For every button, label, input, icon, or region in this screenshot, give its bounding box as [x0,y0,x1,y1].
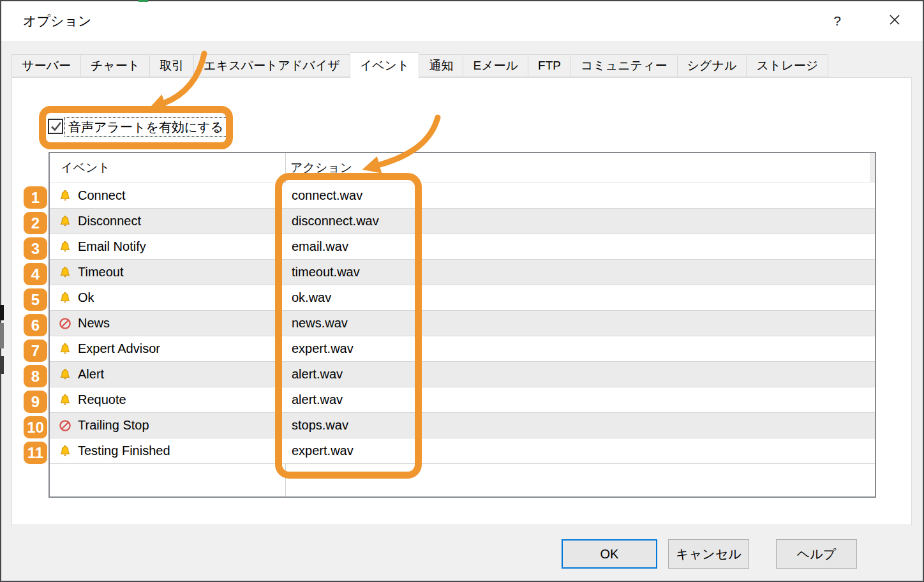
action-file: stops.wav [292,413,348,438]
tab-server[interactable]: サーバー [11,54,81,77]
annotation-badge-6: 6 [24,314,47,336]
edge-artifact [0,305,4,320]
table-header: イベント アクション [50,153,875,183]
tab-ftp[interactable]: FTP [528,54,571,77]
table-row-email-notify[interactable]: Email Notifyemail.wav [50,234,875,260]
prohibition-icon [59,419,71,432]
table-body: Connectconnect.wavDisconnectdisconnect.w… [50,183,875,464]
event-name: News [78,311,110,336]
event-name: Trailing Stop [78,413,149,438]
annotation-badge-11: 11 [24,442,47,464]
table-row-expert-advisor[interactable]: Expert Advisorexpert.wav [50,336,875,362]
bell-icon [59,266,71,279]
tab-storage[interactable]: ストレージ [746,54,828,77]
action-file: timeout.wav [292,260,360,285]
tab-expert-advisors[interactable]: エキスパートアドバイザ [193,54,350,77]
event-name: Expert Advisor [78,336,160,361]
action-file: ok.wav [292,285,331,310]
bell-icon [59,343,71,355]
action-file: news.wav [292,311,348,336]
event-name: Testing Finished [78,438,170,463]
sound-alerts-label[interactable]: 音声アラートを有効にする [64,117,227,137]
table-row-news[interactable]: Newsnews.wav [50,311,875,336]
cancel-button[interactable]: キャンセル [668,539,749,569]
action-file: alert.wav [292,362,343,387]
bell-icon [59,292,71,304]
help-dialog-button[interactable]: ヘルプ [776,539,857,569]
ok-button[interactable]: OK [562,539,657,569]
bell-icon [59,394,71,407]
table-row-ok[interactable]: Okok.wav [50,285,875,311]
bell-icon [59,215,71,228]
annotation-badge-1: 1 [24,186,47,209]
column-header-action[interactable]: アクション [290,153,352,183]
edge-artifact [0,356,4,374]
tab-notifications[interactable]: 通知 [419,54,463,77]
table-row-requote[interactable]: Requotealert.wav [50,387,875,413]
table-row-disconnect[interactable]: Disconnectdisconnect.wav [50,209,875,234]
help-button[interactable]: ? [819,1,855,41]
table-row-trailing-stop[interactable]: Trailing Stopstops.wav [50,413,875,438]
annotation-badge-10: 10 [24,416,47,438]
action-file: connect.wav [292,183,362,208]
action-file: alert.wav [292,387,343,412]
tab-events[interactable]: イベント [350,52,420,78]
bell-icon [59,445,71,458]
annotation-badge-8: 8 [24,365,47,387]
annotation-badge-7: 7 [24,340,47,362]
edge-artifact [138,0,148,2]
edge-artifact [0,323,4,348]
table-row-alert[interactable]: Alertalert.wav [50,362,875,387]
bell-icon [59,368,71,381]
event-name: Ok [78,285,94,310]
close-icon [889,13,900,29]
question-mark-icon: ? [833,13,841,29]
title-bar: オプション ? [1,1,923,41]
sound-alerts-checkbox[interactable] [48,119,63,134]
scrollbar-sliver [870,153,875,182]
tab-community[interactable]: コミュニティー [570,54,678,77]
table-row-testing-finished[interactable]: Testing Finishedexpert.wav [50,438,875,464]
annotation-badge-5: 5 [24,288,47,311]
table-row-timeout[interactable]: Timeouttimeout.wav [50,260,875,285]
annotation-badge-2: 2 [24,212,47,234]
action-file: expert.wav [292,336,354,361]
bell-icon [59,241,71,253]
annotation-badge-9: 9 [24,391,47,413]
event-name: Disconnect [78,209,141,234]
annotation-badge-4: 4 [24,263,47,285]
event-name: Alert [78,362,104,387]
tab-signals[interactable]: シグナル [677,54,747,77]
event-name: Timeout [78,260,124,285]
table-row-connect[interactable]: Connectconnect.wav [50,183,875,209]
action-file: disconnect.wav [292,209,379,234]
window-title: オプション [23,1,91,41]
event-name: Email Notify [78,234,146,259]
action-file: expert.wav [292,438,354,463]
tab-email[interactable]: Eメール [463,54,528,77]
bell-icon [59,190,71,202]
event-name: Connect [78,183,126,208]
action-file: email.wav [292,234,348,259]
prohibition-icon [59,317,71,330]
tab-charts[interactable]: チャート [80,54,150,77]
event-name: Requote [78,387,126,412]
annotation-badge-3: 3 [24,237,47,260]
events-table: イベント アクション Connectconnect.wavDisconnectd… [48,152,876,498]
tab-trade[interactable]: 取引 [149,54,194,77]
options-dialog: オプション ? サーバーチャート取引エキスパートアドバイザイベント通知EメールF… [0,0,924,582]
tab-bar: サーバーチャート取引エキスパートアドバイザイベント通知EメールFTPコミュニティ… [11,54,828,77]
column-header-event[interactable]: イベント [61,153,110,183]
close-button[interactable] [877,1,913,41]
